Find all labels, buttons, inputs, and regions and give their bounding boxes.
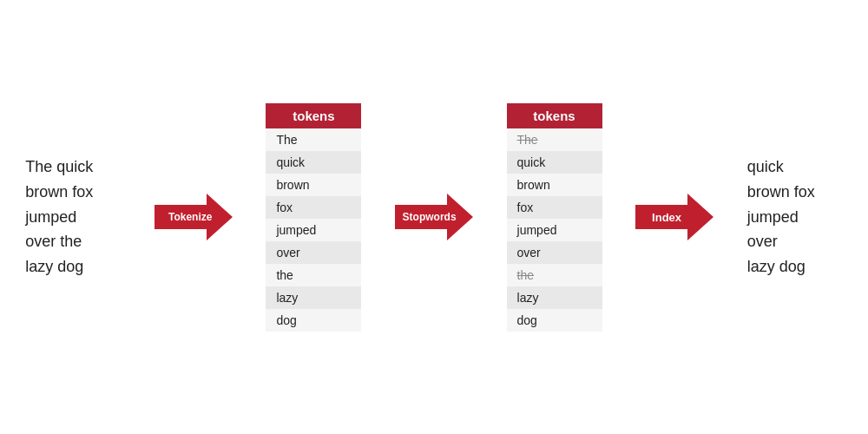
output-line4: over (747, 229, 843, 254)
token-row-strikethrough: The (507, 128, 602, 151)
token-table-2-header: tokens (507, 103, 602, 128)
token-row: jumped (507, 219, 602, 241)
arrow-tokenize: Tokenize (155, 194, 233, 240)
input-line3: jumped (25, 205, 121, 230)
output-line5: lazy dog (747, 254, 843, 279)
token-row: The (266, 128, 361, 151)
token-row: fox (266, 196, 361, 219)
arrow-index-shape (635, 194, 713, 240)
input-text: The quick brown fox jumped over the lazy… (25, 155, 121, 279)
token-row: brown (266, 174, 361, 196)
main-container: The quick brown fox jumped over the lazy… (0, 0, 868, 434)
token-row: over (507, 241, 602, 264)
token-row: jumped (266, 219, 361, 241)
arrow-stopwords: Stopwords (395, 194, 473, 240)
input-line4: over the (25, 229, 121, 254)
token-row: quick (507, 151, 602, 174)
token-row: the (266, 264, 361, 286)
token-row: dog (507, 309, 602, 332)
token-row: fox (507, 196, 602, 219)
token-row-strikethrough: the (507, 264, 602, 286)
token-table-1: tokens The quick brown fox jumped over t… (266, 103, 361, 332)
arrow-tokenize-shape (155, 194, 233, 240)
token-row: lazy (266, 286, 361, 309)
input-line1: The quick (25, 155, 121, 180)
input-line2: brown fox (25, 180, 121, 205)
output-line1: quick (747, 155, 843, 180)
svg-marker-0 (155, 194, 233, 240)
token-row: dog (266, 309, 361, 332)
arrow-index: Index (635, 194, 713, 240)
input-line5: lazy dog (25, 254, 121, 279)
output-text: quick brown fox jumped over lazy dog (747, 155, 843, 279)
arrow-stopwords-shape (395, 194, 473, 240)
output-line3: jumped (747, 205, 843, 230)
token-table-1-header: tokens (266, 103, 361, 128)
output-line2: brown fox (747, 180, 843, 205)
token-row: brown (507, 174, 602, 196)
token-table-2: tokens The quick brown fox jumped over t… (507, 103, 602, 332)
token-row: over (266, 241, 361, 264)
token-row: lazy (507, 286, 602, 309)
svg-marker-1 (395, 194, 473, 240)
token-row: quick (266, 151, 361, 174)
svg-marker-2 (635, 194, 713, 240)
